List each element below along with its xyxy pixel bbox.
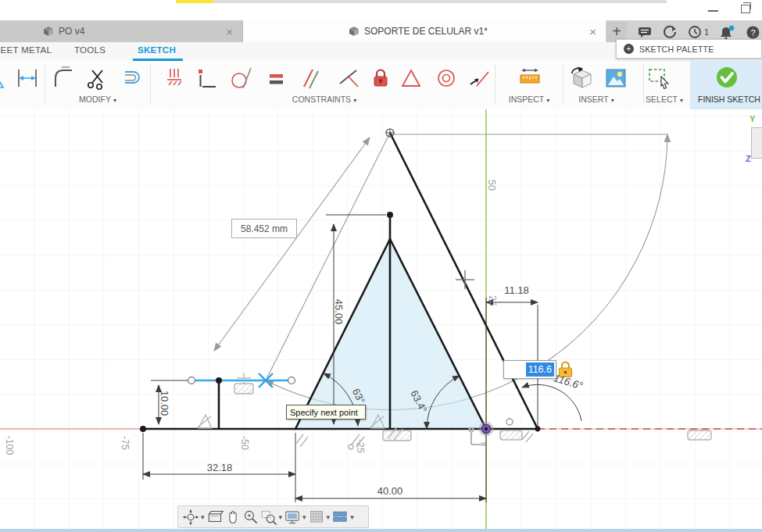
tab-label: SOPORTE DE CELULAR v1* (364, 26, 488, 37)
chevron-down-icon: ▾ (546, 97, 549, 104)
chevron-down-icon[interactable]: ▾ (302, 513, 306, 521)
grid-label-xm75: -75 (120, 436, 131, 450)
constraints-group-label[interactable]: CONSTRAINTS▾ (292, 95, 356, 104)
tab-sheet-metal[interactable]: SHEET METAL (0, 45, 52, 55)
group-separator (643, 64, 644, 105)
dim-3218-label: 32.18 (207, 462, 233, 473)
document-cube-icon (349, 26, 360, 37)
left-origin-point (140, 426, 146, 432)
notification-bell-icon[interactable] (720, 25, 735, 40)
sketch-dimension-icon[interactable] (15, 66, 40, 91)
modify-group-label[interactable]: MODIFY▾ (79, 95, 116, 104)
chevron-down-icon: ▾ (680, 97, 683, 104)
navigation-bar: ▾ ▾ ▾ ▾ ▾ (177, 505, 369, 528)
trim-scissors-icon[interactable] (85, 66, 110, 91)
dim-10-label: 10.00 (159, 391, 170, 416)
display-settings-icon[interactable] (284, 509, 301, 526)
window-bottom-edge (0, 529, 762, 532)
length-dimension-box[interactable]: 58.452 mm (231, 219, 297, 238)
viewcube-y-label: Y (749, 114, 755, 123)
finish-sketch-check-icon[interactable] (714, 66, 739, 91)
fillet-icon[interactable] (51, 66, 76, 91)
insert-image-icon[interactable] (603, 66, 628, 91)
angle-input-value[interactable]: 116.6 (526, 362, 554, 377)
tangent-constraint-icon[interactable] (230, 66, 255, 91)
polygon-constraint-icon[interactable] (399, 66, 424, 91)
minimize-button[interactable] (708, 10, 718, 12)
grid-label-y25: 25 (487, 295, 498, 306)
comment-icon[interactable] (638, 26, 652, 38)
help-icon[interactable]: ? (746, 26, 760, 39)
grid-label-y50: 50 (486, 180, 497, 191)
bottom-right-point (535, 427, 541, 432)
history-clock-icon[interactable] (688, 25, 702, 39)
chevron-down-icon[interactable]: ▾ (327, 513, 331, 521)
fix-constraint-icon[interactable] (162, 66, 187, 91)
look-at-icon[interactable] (206, 509, 224, 526)
fusion360-window: { "tabs": { "doc1": "PO v4", "doc2": "SO… (0, 0, 762, 532)
close-tab-icon[interactable]: × (589, 25, 596, 38)
chevron-down-icon[interactable]: ▾ (201, 513, 205, 521)
help-glyph: ? (751, 27, 756, 37)
chevron-down-icon[interactable]: ▾ (279, 513, 283, 521)
dim-40-label: 40.00 (377, 485, 403, 497)
concentric-constraint-icon[interactable] (434, 66, 459, 91)
viewcube-z-label: Z (746, 154, 751, 163)
parallel-constraint-icon[interactable] (298, 66, 323, 91)
grid-settings-icon[interactable] (308, 509, 325, 526)
chevron-down-icon[interactable]: ▾ (350, 513, 354, 521)
close-tab-icon[interactable]: × (226, 25, 233, 38)
tab-tools[interactable]: TOOLS (74, 45, 106, 55)
dim-1118-label: 11.18 (504, 284, 529, 296)
grid-label-xm50: -50 (239, 436, 250, 450)
offset-icon[interactable] (119, 66, 144, 91)
inspect-group-label[interactable]: INSPECT▾ (509, 95, 550, 104)
angle-input-field[interactable]: 116.6 (503, 360, 556, 379)
viewports-icon[interactable] (331, 509, 349, 526)
document-tab-po-v4[interactable]: PO v4 × (0, 20, 243, 42)
document-tab-soporte[interactable]: SOPORTE DE CELULAR v1* × (243, 20, 606, 42)
finish-sketch-button[interactable]: FINISH SKETCH (698, 95, 760, 104)
group-separator (495, 64, 495, 105)
sketch-drawing[interactable] (0, 109, 762, 532)
palette-title: SKETCH PALETTE (639, 45, 714, 54)
sketch-palette-header[interactable]: + SKETCH PALETTE (616, 39, 762, 59)
titlebar-progress-strip (176, 0, 213, 3)
pan-icon[interactable] (224, 509, 241, 526)
job-status-icon[interactable] (663, 25, 677, 39)
tab-sketch[interactable]: SKETCH (138, 45, 176, 55)
viewcube[interactable] (751, 127, 762, 159)
group-separator (45, 64, 45, 105)
midpoint-constraint-icon[interactable] (467, 66, 492, 91)
history-count-badge: 1 (704, 27, 709, 37)
chevron-down-icon: ▾ (611, 97, 614, 104)
endpoint-circle-right (288, 377, 295, 384)
ground-glyph-right (688, 430, 711, 440)
lock-constraint-icon[interactable] (368, 66, 393, 91)
measure-icon[interactable] (517, 66, 542, 91)
blue-line-point (216, 377, 222, 384)
titlebar-strip-gray (213, 0, 667, 3)
select-icon[interactable] (646, 66, 671, 91)
vertical-horizontal-constraint-icon[interactable] (195, 66, 220, 91)
specify-next-point-tooltip: Specify next point (286, 405, 366, 420)
perpendicular-constraint-icon[interactable] (336, 66, 361, 91)
endpoint-circle-left (188, 377, 195, 384)
chevron-down-icon: ▾ (113, 97, 116, 104)
palette-expand-icon[interactable]: + (624, 44, 634, 54)
insert-group-label[interactable]: INSERT▾ (578, 95, 614, 104)
group-separator (150, 64, 151, 105)
tab-label: PO v4 (59, 26, 84, 37)
grid-label-xm25: -25 (355, 439, 366, 453)
restore-button[interactable] (741, 5, 750, 13)
select-group-label[interactable]: SELECT▾ (646, 95, 683, 104)
insert-derive-icon[interactable] (569, 66, 594, 91)
dim-45-label: 45.00 (333, 299, 345, 325)
orbit-icon[interactable] (182, 509, 199, 526)
equal-constraint-icon[interactable] (263, 66, 288, 91)
grid-label-xm100: -100 (4, 435, 15, 455)
zoom-icon[interactable] (242, 509, 259, 526)
top-center-point (387, 212, 393, 218)
group-separator (563, 64, 563, 105)
zoom-window-icon[interactable] (260, 509, 277, 526)
